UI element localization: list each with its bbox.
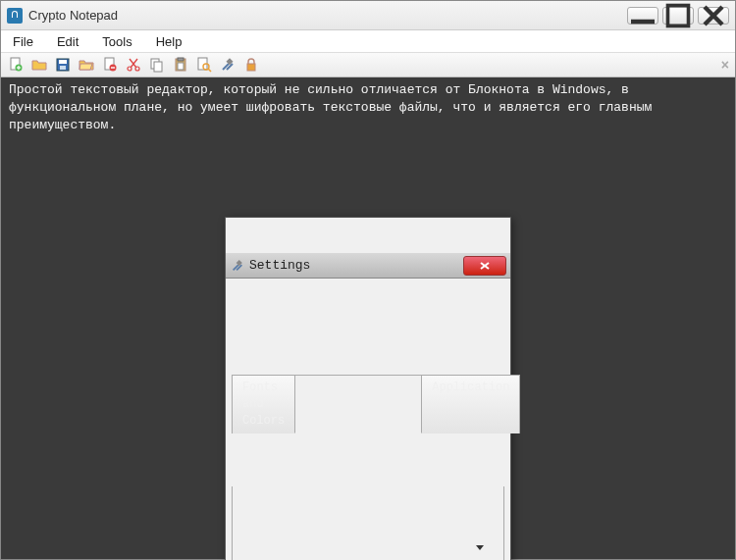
svg-rect-1 <box>668 5 689 25</box>
lock-icon[interactable] <box>242 56 260 74</box>
menu-edit[interactable]: Edit <box>53 32 82 51</box>
svg-rect-29 <box>247 64 255 71</box>
tab-encrypt-decrypt[interactable]: Encrypt/Decrypt <box>294 375 422 433</box>
titlebar: Crypto Notepad <box>1 1 735 30</box>
row-hash: Hash algorithm: SHA1 <box>244 536 492 560</box>
tab-application[interactable]: Application <box>421 375 520 433</box>
svg-rect-10 <box>60 66 66 70</box>
paste-icon[interactable] <box>172 56 189 74</box>
open-folder-icon[interactable] <box>78 56 95 74</box>
menu-help[interactable]: Help <box>152 32 186 51</box>
toolbar-close-icon[interactable]: × <box>721 57 729 73</box>
menu-file[interactable]: File <box>9 32 37 51</box>
settings-tabs: Fonts and Colors Encrypt/Decrypt Applica… <box>232 374 504 433</box>
svg-rect-21 <box>178 58 184 61</box>
hash-select-wrap: SHA1 <box>372 536 490 560</box>
settings-dialog: Settings Fonts and Colors Encrypt/Decryp… <box>225 217 511 560</box>
toolbar: × <box>1 52 735 77</box>
svg-rect-19 <box>154 62 162 72</box>
tab-panel-encrypt: Hash algorithm: SHA1 Key size: 192 <box>232 486 504 560</box>
open-file-icon[interactable] <box>30 56 48 74</box>
dialog-close-button[interactable] <box>463 256 506 276</box>
copy-icon[interactable] <box>148 56 166 74</box>
menubar: File Edit Tools Help <box>1 30 735 52</box>
editor-area[interactable]: Простой текстовый редактор, который не с… <box>1 77 735 559</box>
window-title: Crypto Notepad <box>28 8 627 23</box>
main-window: Crypto Notepad File Edit Tools Help <box>0 0 736 560</box>
find-icon[interactable] <box>195 56 213 74</box>
svg-point-16 <box>128 67 131 71</box>
svg-line-25 <box>208 69 211 72</box>
save-icon[interactable] <box>54 56 72 74</box>
tab-fonts-colors[interactable]: Fonts and Colors <box>232 375 295 433</box>
wrench-icon <box>230 258 245 274</box>
dialog-title: Settings <box>249 257 463 275</box>
svg-point-17 <box>135 67 139 71</box>
cut-icon[interactable] <box>125 56 142 74</box>
new-file-icon[interactable] <box>7 56 25 74</box>
menu-tools[interactable]: Tools <box>98 32 135 51</box>
minimize-button[interactable] <box>627 7 658 25</box>
close-button[interactable] <box>698 7 729 25</box>
delete-file-icon[interactable] <box>101 56 119 74</box>
editor-content: Простой текстовый редактор, который не с… <box>9 82 659 132</box>
dialog-titlebar[interactable]: Settings <box>226 253 510 279</box>
dialog-body: Fonts and Colors Encrypt/Decrypt Applica… <box>226 332 510 560</box>
window-controls <box>627 7 729 25</box>
settings-icon[interactable] <box>219 56 237 74</box>
app-icon <box>7 8 23 24</box>
svg-rect-22 <box>178 63 184 70</box>
svg-rect-9 <box>59 60 67 64</box>
maximize-button[interactable] <box>662 7 694 25</box>
